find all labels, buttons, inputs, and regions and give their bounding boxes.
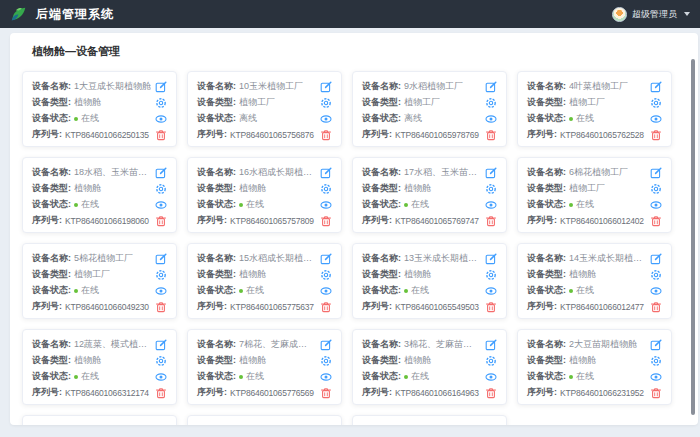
gear-icon[interactable] (155, 97, 167, 109)
gear-icon[interactable] (485, 269, 497, 281)
edit-icon[interactable] (485, 253, 497, 265)
device-status-value: 在线 (81, 112, 151, 125)
trash-icon[interactable] (320, 387, 332, 399)
device-type-label: 设备类型: (527, 354, 566, 367)
device-status-label: 设备状态: (527, 284, 566, 297)
edit-icon[interactable] (650, 81, 662, 93)
edit-icon[interactable] (155, 81, 167, 93)
gear-icon[interactable] (485, 183, 497, 195)
user-avatar[interactable] (612, 7, 627, 22)
edit-icon[interactable] (320, 253, 332, 265)
edit-icon[interactable] (320, 339, 332, 351)
device-name-row: 设备名称: 5棉花植物工厂 (32, 251, 167, 266)
gear-icon[interactable] (650, 183, 662, 195)
trash-icon[interactable] (485, 215, 497, 227)
vertical-scrollbar[interactable] (691, 59, 695, 415)
gear-icon[interactable] (650, 355, 662, 367)
eye-icon[interactable] (155, 199, 167, 211)
gear-icon[interactable] (155, 355, 167, 367)
edit-icon[interactable] (485, 81, 497, 93)
eye-icon[interactable] (485, 371, 497, 383)
eye-icon[interactable] (650, 113, 662, 125)
eye-icon[interactable] (485, 113, 497, 125)
device-status-row: 设备状态: 在线 (527, 369, 662, 384)
gear-icon[interactable] (320, 269, 332, 281)
trash-icon[interactable] (650, 387, 662, 399)
trash-icon[interactable] (320, 301, 332, 313)
trash-icon[interactable] (155, 129, 167, 141)
device-name-row: 设备名称: (32, 423, 167, 425)
eye-icon[interactable] (485, 285, 497, 297)
device-serial-label: 序列号: (197, 300, 227, 313)
gear-icon[interactable] (320, 355, 332, 367)
edit-icon[interactable] (320, 425, 332, 426)
trash-icon[interactable] (320, 215, 332, 227)
device-name-value: 18水稻、玉米苗期植… (74, 166, 151, 179)
gear-icon[interactable] (320, 97, 332, 109)
gear-icon[interactable] (485, 97, 497, 109)
device-type-value: 植物工厂 (239, 96, 316, 109)
trash-icon[interactable] (650, 301, 662, 313)
device-status-value: 在线 (576, 284, 646, 297)
eye-icon[interactable] (155, 371, 167, 383)
device-status-label: 设备状态: (527, 370, 566, 383)
device-name-label: 设备名称: (527, 166, 566, 179)
device-type-value: 植物舱 (74, 96, 151, 109)
device-status-value: 在线 (411, 284, 481, 297)
trash-icon[interactable] (650, 129, 662, 141)
edit-icon[interactable] (155, 253, 167, 265)
edit-icon[interactable] (485, 339, 497, 351)
trash-icon[interactable] (485, 129, 497, 141)
eye-icon[interactable] (650, 371, 662, 383)
eye-icon[interactable] (155, 113, 167, 125)
gear-icon[interactable] (155, 269, 167, 281)
gear-icon[interactable] (650, 97, 662, 109)
device-serial-row: 序列号: KTP864601066231952 (527, 385, 662, 400)
device-type-label: 设备类型: (362, 268, 401, 281)
gear-icon[interactable] (155, 183, 167, 195)
device-type-row: 设备类型: 植物工厂 (527, 181, 662, 196)
eye-icon[interactable] (650, 285, 662, 297)
device-type-row: 设备类型: 植物工厂 (362, 95, 497, 110)
trash-icon[interactable] (320, 129, 332, 141)
eye-icon[interactable] (320, 285, 332, 297)
device-name-label: 设备名称: (527, 252, 566, 265)
device-status-label: 设备状态: (362, 370, 401, 383)
gear-icon[interactable] (485, 355, 497, 367)
edit-icon[interactable] (650, 253, 662, 265)
edit-icon[interactable] (320, 167, 332, 179)
eye-icon[interactable] (485, 199, 497, 211)
device-type-row: 设备类型: 植物舱 (32, 353, 167, 368)
device-serial-value: KTP864601065756876 (230, 130, 316, 140)
device-name-label: 设备名称: (32, 338, 71, 351)
edit-icon[interactable] (155, 339, 167, 351)
trash-icon[interactable] (650, 215, 662, 227)
trash-icon[interactable] (485, 387, 497, 399)
eye-icon[interactable] (155, 285, 167, 297)
device-serial-value: KTP864601065762528 (560, 130, 646, 140)
eye-icon[interactable] (320, 113, 332, 125)
edit-icon[interactable] (650, 339, 662, 351)
trash-icon[interactable] (155, 301, 167, 313)
device-status-value: 在线 (81, 370, 151, 383)
user-menu[interactable]: 超级管理员 (612, 7, 690, 22)
edit-icon[interactable] (650, 167, 662, 179)
eye-icon[interactable] (320, 199, 332, 211)
trash-icon[interactable] (485, 301, 497, 313)
edit-icon[interactable] (155, 167, 167, 179)
trash-icon[interactable] (155, 387, 167, 399)
edit-icon[interactable] (485, 425, 497, 426)
device-status-value: 离线 (404, 112, 481, 125)
edit-icon[interactable] (155, 425, 167, 426)
eye-icon[interactable] (320, 371, 332, 383)
edit-icon[interactable] (320, 81, 332, 93)
edit-icon[interactable] (485, 167, 497, 179)
device-card: 设备名称: 1大豆成长期植物舱 设备类型: 植物舱 设备状态: 在线 (22, 71, 177, 147)
device-card: 设备名称: 2大豆苗期植物舱 设备类型: 植物舱 设备状态: 在线 (517, 329, 672, 405)
device-status-row: 设备状态: 在线 (527, 197, 662, 212)
trash-icon[interactable] (155, 215, 167, 227)
gear-icon[interactable] (320, 183, 332, 195)
device-name-label: 设备名称: (197, 424, 236, 425)
eye-icon[interactable] (650, 199, 662, 211)
gear-icon[interactable] (650, 269, 662, 281)
